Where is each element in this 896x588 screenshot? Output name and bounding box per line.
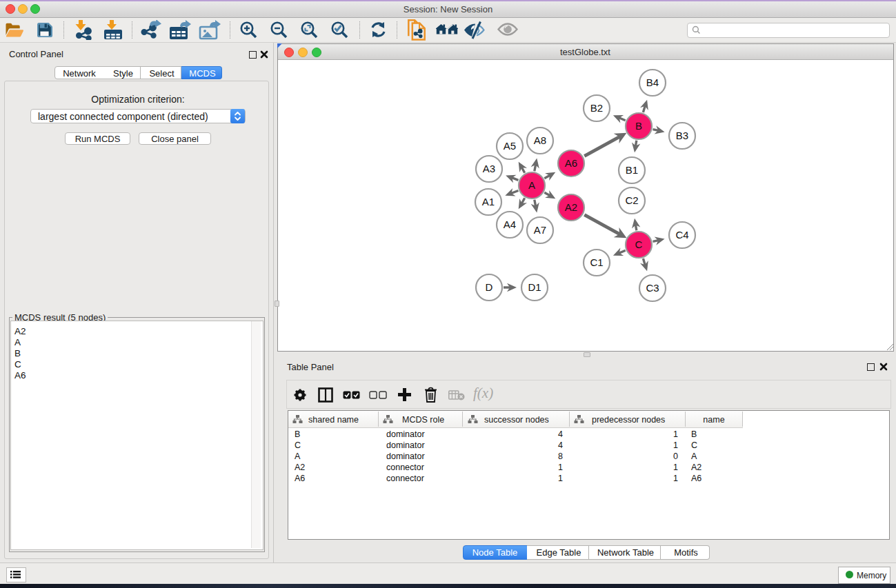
svg-text:C3: C3 — [646, 282, 659, 294]
svg-text:A5: A5 — [504, 140, 516, 152]
svg-text:C1: C1 — [590, 256, 603, 268]
svg-text:A6: A6 — [565, 157, 577, 169]
svg-text:A8: A8 — [534, 134, 546, 146]
svg-text:A3: A3 — [483, 163, 495, 174]
svg-text:C4: C4 — [675, 229, 688, 241]
svg-text:B1: B1 — [626, 164, 638, 176]
svg-text:A4: A4 — [504, 219, 516, 230]
svg-text:A: A — [528, 179, 535, 191]
svg-text:D: D — [486, 281, 493, 293]
svg-text:D1: D1 — [528, 281, 541, 293]
svg-text:A7: A7 — [534, 224, 546, 236]
svg-text:B3: B3 — [676, 130, 688, 141]
svg-text:C: C — [635, 239, 643, 250]
svg-text:B: B — [635, 120, 642, 132]
svg-text:C2: C2 — [625, 194, 638, 206]
svg-text:A2: A2 — [565, 201, 577, 213]
svg-text:B2: B2 — [590, 102, 603, 114]
svg-text:B4: B4 — [646, 77, 659, 88]
svg-text:A1: A1 — [482, 196, 495, 207]
